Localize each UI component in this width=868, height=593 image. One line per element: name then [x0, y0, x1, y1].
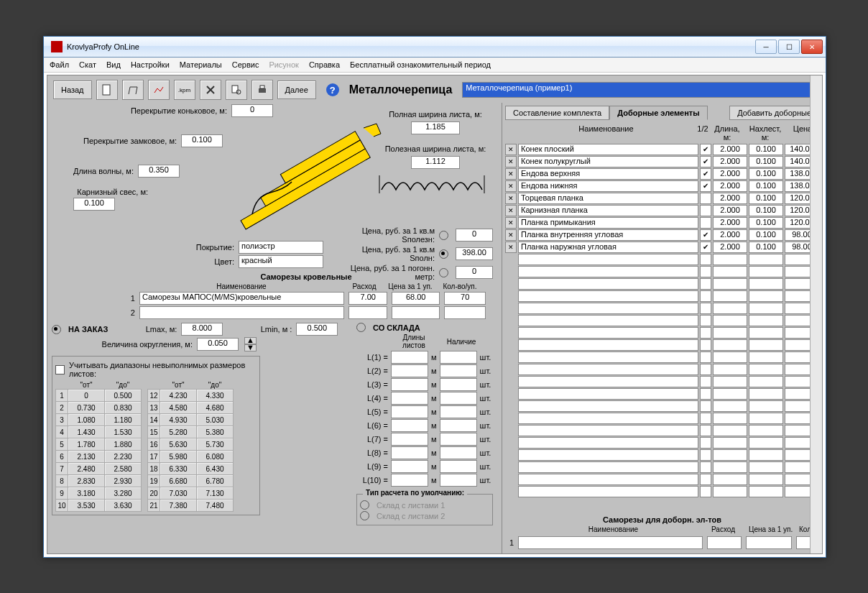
screw-qty[interactable]: [444, 306, 486, 319]
addon-name[interactable]: [518, 425, 698, 436]
remove-addon-icon[interactable]: ✕: [505, 180, 517, 192]
range-to[interactable]: 5.730: [197, 438, 234, 451]
stock-len[interactable]: [391, 419, 428, 432]
lmin-input[interactable]: 0.500: [296, 323, 338, 336]
remove-addon-icon[interactable]: ✕: [505, 144, 517, 155]
addon-screw-name[interactable]: [518, 536, 703, 549]
addon-overlap[interactable]: [749, 388, 783, 400]
addon-half-checkbox[interactable]: [700, 376, 711, 387]
range-to[interactable]: 0.830: [105, 402, 142, 414]
color-input[interactable]: красный: [239, 255, 323, 268]
range-to[interactable]: 5.030: [197, 414, 234, 426]
addon-half-checkbox[interactable]: [700, 339, 711, 351]
range-from[interactable]: 4.230: [160, 390, 197, 402]
round-input[interactable]: 0.050: [197, 338, 239, 351]
addon-half-checkbox[interactable]: [700, 290, 711, 302]
minimize-button[interactable]: ─: [755, 40, 777, 54]
price-useful-radio[interactable]: [439, 231, 448, 240]
addon-overlap[interactable]: 0.100: [749, 205, 783, 216]
addon-half-checkbox[interactable]: [700, 425, 711, 436]
range-to[interactable]: 3.630: [105, 500, 142, 512]
addon-half-checkbox[interactable]: [700, 461, 711, 473]
open-icon[interactable]: [122, 80, 144, 100]
addon-overlap[interactable]: [749, 413, 783, 424]
addon-overlap[interactable]: [749, 425, 783, 436]
stock-qty[interactable]: [440, 474, 477, 487]
menu-view[interactable]: Вид: [106, 60, 121, 69]
addon-len[interactable]: 2.000: [713, 193, 747, 204]
range-from[interactable]: 5.980: [160, 451, 197, 463]
next-button[interactable]: Далее: [277, 81, 316, 99]
back-button[interactable]: Назад: [53, 81, 92, 99]
tab-addons[interactable]: Доборные элементы: [609, 106, 707, 120]
addon-overlap[interactable]: [749, 254, 783, 265]
addon-overlap[interactable]: [749, 400, 783, 412]
add-addons-button[interactable]: Добавить доборные: [729, 106, 819, 120]
addon-half-checkbox[interactable]: [700, 193, 711, 204]
calctype-opt2-radio[interactable]: [360, 511, 369, 520]
screw-price[interactable]: [392, 306, 440, 319]
addon-half-checkbox[interactable]: [700, 351, 711, 363]
addon-overlap[interactable]: [749, 486, 783, 497]
addon-name[interactable]: [518, 266, 698, 277]
range-from[interactable]: 3.180: [68, 487, 105, 500]
range-to[interactable]: 3.280: [105, 487, 142, 500]
addon-overlap[interactable]: [749, 351, 783, 363]
stock-len[interactable]: [391, 351, 428, 364]
addon-len[interactable]: [713, 278, 747, 290]
useful-width-input[interactable]: 1.112: [411, 156, 460, 169]
stock-len[interactable]: [391, 378, 428, 391]
new-icon[interactable]: [96, 80, 118, 100]
addon-screw-rate[interactable]: [707, 536, 742, 549]
range-from[interactable]: 4.930: [160, 414, 197, 426]
addon-half-checkbox[interactable]: [700, 413, 711, 424]
range-from[interactable]: 1.080: [68, 414, 105, 426]
range-from[interactable]: 2.480: [68, 463, 105, 475]
range-from[interactable]: 6.680: [160, 475, 197, 487]
remove-addon-icon[interactable]: ✕: [505, 193, 517, 204]
menu-settings[interactable]: Настройки: [131, 60, 170, 69]
addon-overlap[interactable]: 0.100: [749, 144, 783, 155]
addon-half-checkbox[interactable]: [700, 449, 711, 461]
addon-half-checkbox[interactable]: [700, 364, 711, 375]
price-useful-input[interactable]: 0: [456, 229, 493, 242]
stock-qty[interactable]: [440, 364, 477, 377]
screw-name[interactable]: Саморезы МАПОС(M/MS)кровельные: [139, 292, 345, 305]
addon-overlap[interactable]: [749, 474, 783, 485]
addon-half-checkbox[interactable]: [700, 400, 711, 412]
addon-name[interactable]: [518, 376, 698, 387]
range-to[interactable]: 2.930: [105, 475, 142, 487]
addon-overlap[interactable]: [749, 303, 783, 314]
addon-name[interactable]: [518, 461, 698, 473]
addon-overlap[interactable]: [749, 266, 783, 277]
addon-len[interactable]: 2.000: [713, 168, 747, 180]
range-to[interactable]: 1.880: [105, 438, 142, 451]
range-from[interactable]: 7.380: [160, 500, 197, 512]
range-to[interactable]: 4.330: [197, 390, 234, 402]
screw-price[interactable]: 68.00: [392, 292, 440, 305]
addon-len[interactable]: [713, 400, 747, 412]
addon-len[interactable]: [713, 254, 747, 265]
addon-len[interactable]: [713, 327, 747, 339]
stock-qty[interactable]: [440, 405, 477, 418]
addon-half-checkbox[interactable]: [700, 217, 711, 229]
chart-icon[interactable]: [148, 80, 170, 100]
range-to[interactable]: 6.080: [197, 451, 234, 463]
addon-len[interactable]: [713, 461, 747, 473]
addon-overlap[interactable]: [749, 315, 783, 326]
stock-qty[interactable]: [440, 392, 477, 405]
stock-radio[interactable]: [356, 323, 366, 332]
wave-length-input[interactable]: 0.350: [138, 165, 180, 178]
help-icon[interactable]: ?: [326, 83, 339, 96]
order-radio[interactable]: [52, 325, 61, 334]
addon-name[interactable]: [518, 303, 698, 314]
range-to[interactable]: 0.500: [105, 390, 142, 402]
addon-len[interactable]: 2.000: [713, 229, 747, 241]
range-to[interactable]: 1.530: [105, 426, 142, 438]
stock-len[interactable]: [391, 460, 428, 473]
addon-name[interactable]: Ендова нижняя: [518, 180, 698, 192]
addon-len[interactable]: [713, 315, 747, 326]
addon-overlap[interactable]: [749, 339, 783, 351]
addon-len[interactable]: [713, 364, 747, 375]
addon-half-checkbox[interactable]: [700, 205, 711, 216]
